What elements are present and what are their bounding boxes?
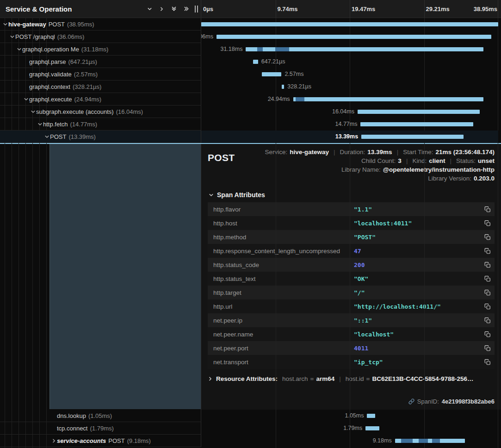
chevron-down-icon[interactable] — [23, 97, 29, 102]
link-icon[interactable] — [408, 398, 414, 404]
span-bar[interactable] — [253, 60, 258, 64]
span-row[interactable]: hive-gatewayPOST(38.95ms)38.95ms — [0, 18, 501, 31]
attribute-value: "POST" — [354, 234, 479, 241]
copy-button[interactable] — [479, 261, 491, 268]
span-name-cell[interactable]: POST /graphql(36.06ms) — [0, 31, 201, 43]
chevron-down-icon[interactable] — [16, 47, 22, 52]
attribute-row: http.status_text"OK" — [208, 272, 495, 286]
span-row[interactable]: graphql.context(328.21µs)328.21µs — [0, 81, 501, 93]
copy-button[interactable] — [479, 359, 491, 366]
span-bar[interactable] — [246, 47, 483, 51]
span-row[interactable]: graphql.execute(24.94ms)24.94ms — [0, 93, 501, 106]
span-name-cell[interactable]: graphql.validate(2.57ms) — [0, 68, 201, 81]
span-timeline-cell[interactable]: 647.21µs — [201, 56, 498, 68]
span-duration: (1.05ms) — [88, 412, 112, 419]
chevron-right-icon[interactable] — [50, 438, 57, 443]
chevron-down-icon[interactable] — [30, 109, 36, 114]
span-name-cell[interactable]: graphql.execute(24.94ms) — [0, 93, 201, 106]
span-bar[interactable] — [360, 122, 473, 126]
span-row[interactable]: http.fetch(14.77ms)14.77ms — [0, 118, 501, 131]
chevron-down-icon[interactable] — [9, 34, 15, 39]
copy-button[interactable] — [479, 248, 491, 255]
span-row[interactable]: POST(13.39ms)13.39ms — [0, 131, 501, 143]
span-name-cell[interactable]: graphql.parse(647.21µs) — [0, 56, 201, 68]
span-timeline-cell[interactable]: 14.77ms — [201, 118, 498, 131]
copy-button[interactable] — [479, 317, 491, 324]
double-chevron-down-icon[interactable] — [171, 6, 177, 12]
span-timeline-cell[interactable]: 24.94ms — [201, 93, 498, 106]
copy-button[interactable] — [479, 331, 491, 338]
copy-button[interactable] — [479, 220, 491, 227]
span-bar[interactable] — [365, 426, 379, 430]
copy-icon — [484, 289, 491, 296]
span-operation-name: http.fetch — [43, 121, 68, 128]
tick-line — [424, 0, 425, 18]
copy-button[interactable] — [479, 345, 491, 352]
copy-button[interactable] — [479, 206, 491, 213]
span-bar[interactable] — [395, 439, 465, 443]
span-row[interactable]: graphql.validate(2.57ms)2.57ms — [0, 68, 501, 81]
span-row[interactable]: POST /graphql(36.06ms)36.06ms — [0, 31, 501, 43]
span-row[interactable]: service-accountsPOST(9.18ms)9.18ms — [0, 435, 501, 447]
span-name-cell[interactable]: POST(13.39ms) — [0, 131, 201, 143]
meta-label: Service: — [265, 149, 287, 156]
span-operation-name: POST — [108, 437, 124, 444]
copy-button[interactable] — [479, 303, 491, 310]
span-name-cell[interactable]: subgraph.execute (accounts)(16.04ms) — [0, 106, 201, 118]
span-detail-meta: Service:hive-gateway|Duration:13.39ms|St… — [235, 149, 495, 182]
chevron-down-icon[interactable] — [2, 22, 8, 27]
span-attributes-toggle[interactable]: Span Attributes — [209, 191, 495, 199]
span-timeline-cell[interactable]: 16.04ms — [201, 106, 498, 118]
span-operation-name: graphql.parse — [29, 58, 66, 65]
span-duration: (1.79ms) — [90, 425, 114, 432]
span-timeline-cell[interactable]: 9.18ms — [201, 435, 498, 447]
span-name-cell[interactable]: graphql.operation Me(31.18ms) — [0, 43, 201, 56]
span-timeline-cell[interactable]: 36.06ms — [201, 31, 498, 43]
span-timeline-cell[interactable]: 328.21µs — [201, 81, 498, 93]
span-bar[interactable] — [293, 97, 483, 101]
chevron-down-icon[interactable] — [43, 134, 50, 139]
span-bar[interactable] — [361, 135, 464, 139]
span-timeline-cell[interactable]: 13.39ms — [201, 131, 498, 143]
span-name-cell[interactable]: http.fetch(14.77ms) — [0, 118, 201, 131]
span-bar[interactable] — [201, 22, 498, 26]
copy-button[interactable] — [479, 234, 491, 241]
double-chevron-right-icon[interactable] — [184, 6, 189, 12]
span-name-cell[interactable]: dns.lookup(1.05ms) — [0, 410, 201, 422]
attribute-row: http.host"localhost:4011" — [208, 216, 495, 230]
span-timeline-cell[interactable]: 1.05ms — [201, 410, 498, 422]
chevron-down-icon[interactable] — [37, 122, 43, 127]
copy-button[interactable] — [479, 289, 491, 296]
meta-value: client — [429, 157, 445, 164]
meta-separator: | — [406, 157, 408, 164]
service-name: hive-gateway — [8, 21, 46, 28]
span-row[interactable]: tcp.connect(1.79ms)1.79ms — [0, 422, 501, 435]
resource-key: host.id — [346, 375, 364, 382]
span-timeline-cell[interactable]: 2.57ms — [201, 68, 498, 81]
span-bar[interactable] — [216, 35, 491, 39]
span-meta-line: Library Name:@opentelemetry/instrumentat… — [341, 166, 495, 173]
span-timeline-cell[interactable]: 31.18ms — [201, 43, 498, 56]
span-timeline-cell[interactable]: 38.95ms — [201, 18, 498, 31]
span-timeline-cell[interactable]: 1.79ms — [201, 422, 498, 435]
span-row[interactable]: graphql.parse(647.21µs)647.21µs — [0, 56, 501, 68]
span-bar[interactable] — [358, 110, 480, 114]
chevron-right-icon[interactable] — [159, 6, 164, 12]
span-bar[interactable] — [262, 72, 281, 76]
span-bar[interactable] — [367, 414, 375, 418]
span-row[interactable]: graphql.operation Me(31.18ms)31.18ms — [0, 43, 501, 56]
span-row[interactable]: subgraph.execute (accounts)(16.04ms)16.0… — [0, 106, 501, 118]
copy-button[interactable] — [479, 275, 491, 282]
span-name-cell[interactable]: service-accountsPOST(9.18ms) — [0, 435, 201, 447]
span-name-cell[interactable]: graphql.context(328.21µs) — [0, 81, 201, 93]
resource-attributes-toggle[interactable]: Resource Attributes:host.arch=arm64|host… — [208, 375, 495, 382]
spanid-row: SpanID: 4e21998f3b82abe6 — [208, 398, 495, 405]
span-bar-segment — [432, 439, 439, 443]
span-name-cell[interactable]: hive-gatewayPOST(38.95ms) — [0, 18, 201, 31]
chevron-down-icon[interactable] — [147, 6, 152, 12]
span-row[interactable]: dns.lookup(1.05ms)1.05ms — [0, 410, 501, 422]
span-detail-head: POST Service:hive-gateway|Duration:13.39… — [208, 149, 495, 182]
column-resize-handle[interactable] — [195, 6, 198, 12]
span-bar[interactable] — [282, 85, 284, 89]
span-name-cell[interactable]: tcp.connect(1.79ms) — [0, 422, 201, 435]
